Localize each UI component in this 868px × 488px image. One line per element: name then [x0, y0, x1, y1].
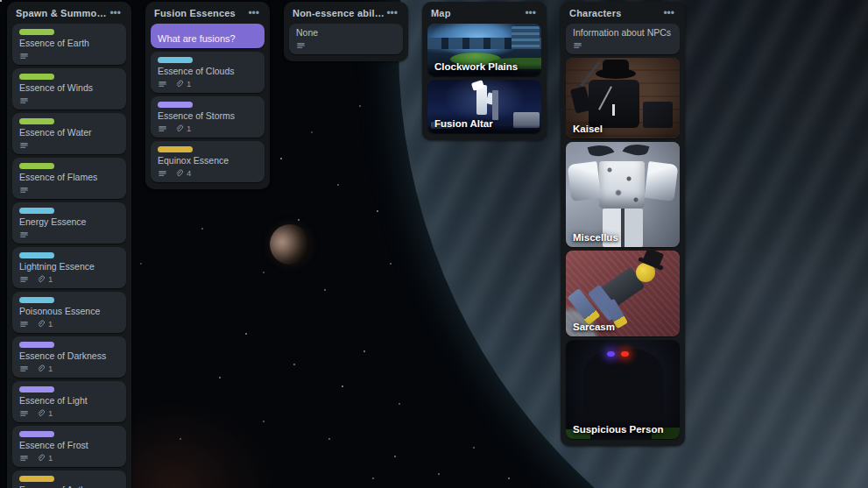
description-icon — [296, 41, 306, 50]
list-header: Spawn & Summon Essences••• — [12, 6, 126, 24]
paperclip-icon — [36, 364, 46, 373]
attachment-badge: 4 — [174, 169, 191, 178]
card-none[interactable]: None — [289, 24, 403, 54]
list-title: Spawn & Summon Essences — [16, 8, 108, 18]
card-badges — [19, 96, 119, 105]
attachment-count: 4 — [187, 169, 191, 178]
card-badges: 1 — [19, 409, 119, 418]
list-title: Characters — [569, 8, 621, 18]
card-label-cyan — [19, 297, 54, 303]
card-badges: 1 — [158, 80, 258, 88]
list-non-essence-abilities: Non-essence abilities•••None — [284, 2, 408, 61]
card-label-green — [19, 74, 54, 80]
attachment-count: 1 — [48, 275, 53, 284]
card-energy-essence[interactable]: Energy Essence — [12, 202, 126, 244]
card-title: Essence of Darkness — [19, 350, 119, 362]
card-title: Essence of Flames — [19, 172, 119, 183]
card-title: Clockwork Plains — [434, 61, 518, 72]
card-clockwork-plains[interactable]: Clockwork Plains — [427, 24, 541, 76]
attachment-count: 1 — [48, 364, 53, 373]
card-title: Lightning Essence — [19, 261, 119, 272]
scene-shape — [588, 142, 615, 159]
description-icon — [19, 96, 29, 105]
list-header: Characters••• — [566, 6, 680, 24]
card-essence-of-earth[interactable]: Essence of Earth — [12, 24, 126, 65]
card-essence-of-frost[interactable]: Essence of Frost1 — [12, 426, 126, 467]
scene-shape — [643, 102, 673, 128]
list-title: Non-essence abilities — [293, 8, 385, 18]
card-title: Suspicious Person — [573, 424, 664, 435]
card-essence-of-water[interactable]: Essence of Water — [12, 113, 126, 154]
attachment-count: 1 — [48, 409, 53, 418]
card-information-about-npcs[interactable]: Information about NPCs — [566, 24, 680, 54]
description-icon — [158, 80, 167, 88]
attachment-badge: 1 — [36, 320, 53, 329]
card-essence-of-storms[interactable]: Essence of Storms1 — [151, 96, 265, 138]
card-suspicious-person[interactable]: Suspicious Person — [566, 340, 680, 439]
list-menu-button[interactable]: ••• — [661, 10, 676, 17]
card-essence-of-clouds[interactable]: Essence of Clouds1 — [151, 52, 265, 93]
card-title: Essence of Aether — [19, 484, 119, 488]
list-map: Map•••Clockwork PlainsFusion Altar — [422, 2, 547, 140]
list-menu-button[interactable]: ••• — [385, 10, 399, 17]
card-title: Poisonous Essence — [19, 306, 119, 317]
card-badges — [19, 52, 119, 60]
card-badges — [19, 186, 119, 194]
card-essence-of-aether[interactable]: Essence of Aether1 — [12, 470, 126, 488]
card-essence-of-light[interactable]: Essence of Light1 — [12, 381, 126, 422]
attachment-count: 1 — [48, 320, 53, 329]
description-icon — [573, 41, 582, 50]
scene-shape — [512, 26, 540, 49]
card-label-purple — [19, 431, 54, 437]
card-title: Kaisel — [573, 124, 603, 134]
scene-shape — [568, 161, 602, 202]
scene-shape — [476, 85, 487, 115]
attachment-badge: 1 — [36, 454, 53, 463]
card-badges: 1 — [19, 364, 119, 373]
scene-shape — [567, 288, 600, 325]
card-fusion-altar[interactable]: Fusion Altar — [427, 80, 541, 133]
scene-shape — [621, 351, 629, 357]
attachment-count: 1 — [187, 124, 191, 133]
attachment-badge: 1 — [174, 80, 191, 88]
card-lightning-essence[interactable]: Lightning Essence1 — [12, 247, 126, 288]
card-label-green — [19, 118, 54, 124]
list-menu-button[interactable]: ••• — [246, 10, 261, 17]
paperclip-icon — [36, 409, 46, 418]
card-essence-of-flames[interactable]: Essence of Flames — [12, 158, 126, 199]
description-icon — [19, 230, 29, 239]
ellipsis-icon: ••• — [525, 7, 536, 19]
paperclip-icon — [174, 169, 184, 178]
card-sarcasm[interactable]: Sarcasm — [566, 251, 680, 336]
card-badges: 4 — [158, 169, 258, 178]
card-essence-of-darkness[interactable]: Essence of Darkness1 — [12, 336, 126, 378]
card-title: Miscellus — [573, 232, 618, 243]
list-menu-button[interactable]: ••• — [523, 10, 538, 17]
card-poisonous-essence[interactable]: Poisonous Essence1 — [12, 292, 126, 333]
attachment-badge: 1 — [36, 275, 53, 284]
miscellus-image — [566, 142, 680, 247]
card-title: Essence of Water — [19, 127, 119, 138]
list-header: Non-essence abilities••• — [289, 6, 403, 24]
card-essence-of-winds[interactable]: Essence of Winds — [12, 68, 126, 110]
description-icon — [158, 169, 167, 178]
card-badges — [296, 41, 396, 50]
board: Spawn & Summon Essences•••Essence of Ear… — [0, 0, 868, 488]
attachment-badge: 1 — [36, 409, 53, 418]
card-title: Essence of Winds — [19, 82, 119, 94]
card-what-are-fusions[interactable]: What are fusions? — [151, 24, 265, 48]
description-icon — [19, 52, 29, 60]
list-fusion-essences: Fusion Essences•••What are fusions?Essen… — [145, 2, 270, 189]
card-badges — [19, 141, 119, 150]
card-title: Sarcasm — [573, 322, 615, 332]
list-menu-button[interactable]: ••• — [108, 10, 123, 17]
card-label-yellow — [158, 146, 193, 152]
description-icon — [19, 320, 29, 329]
card-equinox-essence[interactable]: Equinox Essence4 — [151, 141, 265, 182]
card-kaisel[interactable]: Kaisel — [566, 58, 680, 138]
card-title: Fusion Altar — [434, 118, 493, 129]
card-title: None — [296, 27, 396, 39]
card-title: What are fusions? — [158, 33, 236, 45]
card-miscellus[interactable]: Miscellus — [566, 142, 680, 247]
card-label-purple — [19, 386, 54, 393]
